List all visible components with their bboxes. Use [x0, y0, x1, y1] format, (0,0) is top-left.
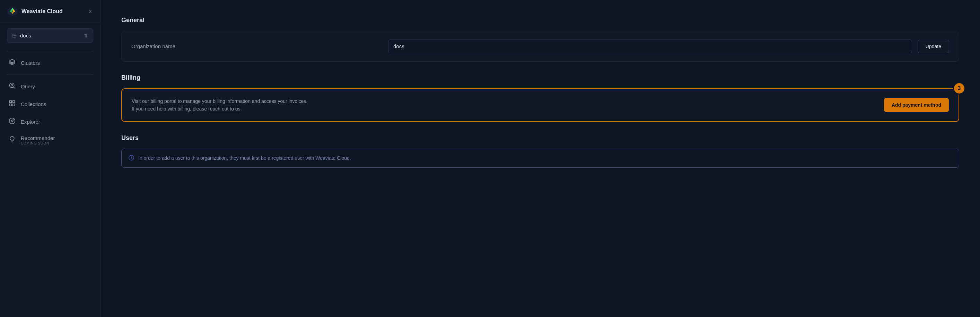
sidebar-item-collections[interactable]: Collections: [0, 95, 100, 113]
collapse-button[interactable]: «: [87, 6, 93, 16]
svg-rect-5: [13, 101, 15, 103]
logo-area: Weaviate Cloud: [7, 6, 63, 16]
billing-line2-prefix: If you need help with billing, please: [132, 106, 207, 112]
billing-reach-out-link[interactable]: reach out to us: [208, 106, 240, 112]
general-card: Organization name Update: [121, 31, 959, 62]
billing-link-suffix: .: [240, 106, 242, 112]
sidebar-header: Weaviate Cloud «: [0, 0, 100, 23]
brand-name: Weaviate Cloud: [21, 8, 63, 14]
svg-rect-4: [10, 101, 12, 103]
sidebar-item-clusters[interactable]: Clusters: [0, 54, 100, 72]
nav-divider-1: [7, 75, 93, 75]
sidebar: Weaviate Cloud « ⊟ docs ⇅ Clusters: [0, 0, 100, 317]
svg-marker-9: [11, 119, 13, 122]
svg-rect-7: [13, 104, 15, 106]
svg-rect-6: [10, 104, 12, 106]
sidebar-divider: [7, 51, 93, 51]
billing-line1: Visit our billing portal to manage your …: [132, 99, 307, 104]
billing-description: Visit our billing portal to manage your …: [132, 97, 307, 113]
svg-line-3: [14, 87, 15, 88]
bulb-icon: [8, 136, 16, 145]
billing-outer: Visit our billing portal to manage your …: [121, 88, 959, 122]
sidebar-item-recommender-text: Recommender COMING SOON: [21, 135, 55, 145]
sidebar-item-collections-label: Collections: [21, 101, 46, 107]
org-name-label: Organization name: [131, 43, 388, 49]
users-info-text: In order to add a user to this organizat…: [138, 155, 351, 161]
sidebar-item-explorer[interactable]: Explorer: [0, 113, 100, 131]
org-name-input[interactable]: [388, 40, 912, 53]
billing-card: Visit our billing portal to manage your …: [121, 88, 959, 122]
org-name-row: Organization name Update: [131, 40, 949, 53]
svg-point-2: [11, 84, 13, 86]
sidebar-item-query[interactable]: Query: [0, 78, 100, 95]
sidebar-item-query-label: Query: [21, 83, 35, 89]
sidebar-item-explorer-label: Explorer: [21, 119, 40, 125]
main-content: General Organization name Update Billing…: [100, 0, 980, 317]
step-badge: 3: [953, 82, 966, 95]
org-selector-left: ⊟ docs: [12, 32, 31, 39]
update-button[interactable]: Update: [918, 40, 949, 53]
org-chevron-icon: ⇅: [84, 33, 88, 38]
org-selector-name: docs: [20, 33, 31, 38]
org-selector-icon: ⊟: [12, 32, 17, 39]
sidebar-item-recommender-sublabel: COMING SOON: [21, 141, 55, 145]
users-section-title: Users: [121, 134, 959, 142]
info-icon: ⓘ: [129, 155, 134, 162]
weaviate-logo-icon: [7, 6, 18, 16]
sidebar-item-recommender-label: Recommender: [21, 135, 55, 141]
general-section-title: General: [121, 17, 959, 24]
sidebar-nav: Clusters Query Coll: [0, 54, 100, 150]
svg-point-8: [10, 118, 15, 124]
billing-section-title: Billing: [121, 74, 959, 81]
query-icon: [8, 82, 16, 91]
sidebar-item-clusters-label: Clusters: [21, 60, 40, 66]
compass-icon: [8, 118, 16, 126]
add-payment-button[interactable]: Add payment method: [884, 98, 949, 112]
org-selector[interactable]: ⊟ docs ⇅: [7, 29, 93, 43]
users-info-box: ⓘ In order to add a user to this organiz…: [121, 149, 959, 168]
sidebar-item-recommender[interactable]: Recommender COMING SOON: [0, 131, 100, 150]
layers-icon: [8, 59, 16, 67]
grid-icon: [8, 100, 16, 108]
